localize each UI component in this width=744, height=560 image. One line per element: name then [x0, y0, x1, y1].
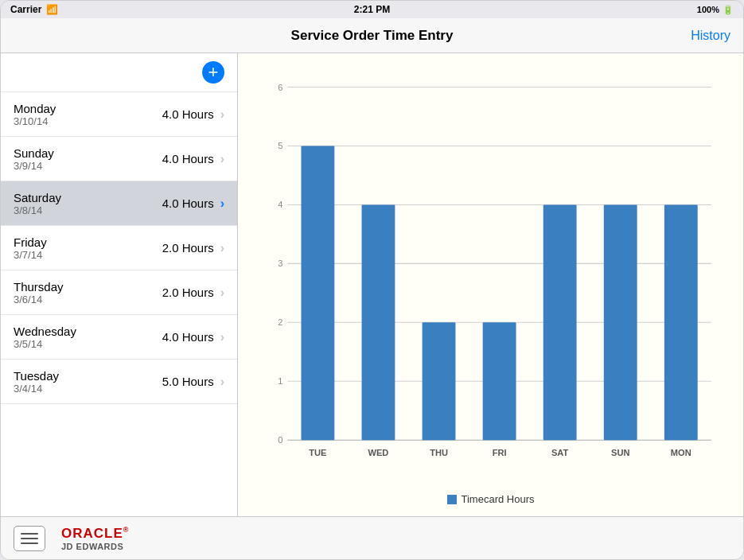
list-item-hours: 4.0 Hours	[162, 152, 214, 165]
chevron-right-icon: ›	[220, 375, 224, 389]
add-entry-button[interactable]: +	[202, 61, 224, 84]
add-button-container: +	[1, 53, 237, 92]
list-item-info: Wednesday 3/5/14	[14, 325, 162, 350]
list-item[interactable]: Monday 3/10/14 4.0 Hours ›	[1, 92, 237, 137]
list-item[interactable]: Thursday 3/6/14 2.0 Hours ›	[1, 270, 237, 315]
list-item-day: Sunday	[14, 146, 162, 160]
list-item-hours: 4.0 Hours	[162, 196, 214, 210]
chart-container: 6543210TUEWEDTHUFRISATSUNMON Timecard Ho…	[254, 63, 727, 510]
menu-button[interactable]	[14, 526, 45, 551]
list-item-info: Tuesday 3/4/14	[14, 369, 162, 395]
list-item[interactable]: Saturday 3/8/14 4.0 Hours ›	[1, 181, 237, 226]
chart-area: 6543210TUEWEDTHUFRISATSUNMON Timecard Ho…	[238, 53, 743, 516]
list-item-info: Monday 3/10/14	[14, 102, 162, 127]
list-item[interactable]: Tuesday 3/4/14 5.0 Hours ›	[1, 360, 237, 404]
history-button[interactable]: History	[691, 29, 730, 43]
bar-chart: 6543210TUEWEDTHUFRISATSUNMON	[254, 63, 727, 488]
sidebar: + Monday 3/10/14 4.0 Hours › Sunday 3/9/…	[1, 53, 238, 516]
chevron-right-icon: ›	[220, 107, 224, 122]
chevron-right-icon: ›	[220, 196, 224, 211]
time-label: 2:21 PM	[354, 4, 390, 15]
list-item-day: Monday	[14, 102, 162, 115]
svg-text:SUN: SUN	[611, 448, 629, 457]
list-item-day: Thursday	[14, 280, 162, 294]
svg-text:3: 3	[278, 259, 282, 268]
svg-text:FRI: FRI	[493, 448, 507, 457]
svg-rect-26	[664, 204, 698, 440]
svg-rect-22	[543, 204, 577, 440]
list-item-day: Saturday	[14, 191, 162, 204]
svg-rect-14	[301, 146, 334, 440]
list-item-date: 3/5/14	[14, 338, 162, 350]
list-item-info: Friday 3/7/14	[14, 235, 162, 261]
list-item[interactable]: Sunday 3/9/14 4.0 Hours ›	[1, 137, 237, 181]
svg-rect-20	[483, 322, 516, 440]
main-content: + Monday 3/10/14 4.0 Hours › Sunday 3/9/…	[1, 53, 743, 516]
list-item-hours: 5.0 Hours	[162, 375, 214, 388]
svg-text:4: 4	[278, 200, 282, 209]
page-title: Service Order Time Entry	[291, 28, 454, 44]
list-item-hours: 4.0 Hours	[162, 330, 214, 344]
battery-icon: 🔋	[723, 5, 734, 15]
list-item-date: 3/4/14	[14, 383, 162, 395]
status-bar: Carrier 📶 2:21 PM 100% 🔋	[1, 1, 743, 18]
chevron-right-icon: ›	[220, 241, 224, 255]
list-item-day: Friday	[14, 235, 162, 249]
svg-text:MON: MON	[671, 448, 691, 457]
list-item[interactable]: Wednesday 3/5/14 4.0 Hours ›	[1, 315, 237, 360]
svg-text:SAT: SAT	[551, 448, 569, 457]
list-item-info: Sunday 3/9/14	[14, 146, 162, 172]
oracle-logo: ORACLE® JD EDWARDS	[61, 526, 129, 551]
legend-label: Timecard Hours	[462, 493, 535, 505]
svg-text:THU: THU	[430, 448, 448, 457]
jde-product-name: JD EDWARDS	[61, 542, 123, 551]
wifi-icon: 📶	[46, 4, 58, 15]
list-item-date: 3/10/14	[14, 115, 162, 127]
svg-text:2: 2	[278, 317, 282, 327]
legend-swatch	[447, 495, 457, 504]
list-item-date: 3/6/14	[14, 294, 162, 305]
hamburger-line-3	[21, 542, 38, 544]
list-item-hours: 2.0 Hours	[162, 241, 214, 255]
status-bar-right: 100% 🔋	[697, 5, 734, 15]
list-item-date: 3/7/14	[14, 249, 162, 261]
list-item-day: Tuesday	[14, 369, 162, 383]
status-bar-left: Carrier 📶	[10, 4, 58, 15]
list-item-info: Saturday 3/8/14	[14, 191, 162, 216]
list-item-hours: 4.0 Hours	[162, 107, 214, 121]
svg-text:1: 1	[278, 376, 282, 386]
svg-text:WED: WED	[368, 448, 389, 457]
list-item-date: 3/9/14	[14, 160, 162, 172]
device-frame: Carrier 📶 2:21 PM 100% 🔋 Service Order T…	[0, 0, 744, 560]
svg-text:TUE: TUE	[309, 448, 326, 457]
svg-rect-16	[362, 204, 395, 440]
list-item[interactable]: Friday 3/7/14 2.0 Hours ›	[1, 226, 237, 270]
svg-rect-24	[604, 204, 637, 440]
nav-bar: Service Order Time Entry History	[1, 18, 743, 53]
battery-percent: 100%	[697, 5, 719, 14]
svg-rect-18	[423, 322, 456, 440]
list-item-info: Thursday 3/6/14	[14, 280, 162, 305]
carrier-label: Carrier	[10, 4, 41, 15]
hamburger-line-1	[21, 533, 38, 535]
oracle-name: ORACLE®	[61, 526, 129, 542]
svg-text:0: 0	[278, 435, 282, 445]
chart-svg-wrapper: 6543210TUEWEDTHUFRISATSUNMON	[254, 63, 727, 488]
bottom-bar: ORACLE® JD EDWARDS	[1, 516, 743, 559]
chevron-right-icon: ›	[220, 286, 224, 300]
hamburger-line-2	[21, 538, 38, 539]
svg-text:6: 6	[278, 83, 282, 92]
list-item-day: Wednesday	[14, 325, 162, 338]
svg-text:5: 5	[278, 141, 282, 150]
chart-legend: Timecard Hours	[254, 488, 727, 510]
list-item-date: 3/8/14	[14, 204, 162, 216]
chevron-right-icon: ›	[220, 152, 224, 166]
chevron-right-icon: ›	[220, 330, 224, 344]
list-item-hours: 2.0 Hours	[162, 286, 214, 299]
sidebar-list: Monday 3/10/14 4.0 Hours › Sunday 3/9/14…	[1, 92, 237, 516]
